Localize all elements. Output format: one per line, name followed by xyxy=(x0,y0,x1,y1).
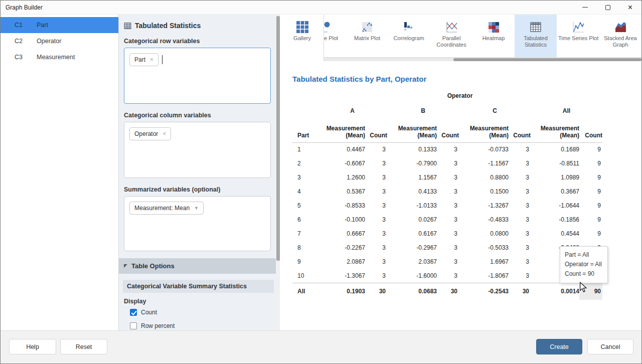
mean-cell: 0.0014 xyxy=(531,283,579,300)
panel-scrollbar-thumb[interactable] xyxy=(276,16,280,261)
table-row: 10.446730.13333-0.073330.16899 xyxy=(292,142,602,156)
checkbox-row-percent[interactable] xyxy=(130,322,137,329)
summary-statistics-header: Categorical Variable Summary Statistics xyxy=(123,280,274,293)
table-row: 92.086732.036731.696731.94009 xyxy=(292,255,602,269)
mean-cell: -0.6067 xyxy=(317,156,365,170)
column-variables-box[interactable]: Operator × xyxy=(124,122,271,178)
chip-label: Part xyxy=(134,56,145,63)
remove-chip-icon[interactable]: × xyxy=(150,57,153,63)
part-cell: 7 xyxy=(292,227,317,241)
cancel-button[interactable]: Cancel xyxy=(587,339,633,354)
column-id: C1 xyxy=(1,22,37,29)
part-cell: 5 xyxy=(292,199,317,213)
count-cell: 30 xyxy=(365,283,387,300)
display-option-row-percent[interactable]: Row percent xyxy=(130,322,271,329)
mean-cell: -1.1567 xyxy=(459,156,509,170)
window-controls: × xyxy=(574,1,641,14)
part-cell: 2 xyxy=(292,156,317,170)
gallery-item-label: Time Series Plot xyxy=(557,35,599,42)
count-cell: 9 xyxy=(579,199,602,213)
text-caret xyxy=(162,55,163,64)
mean-cell: 0.1333 xyxy=(387,142,437,156)
mean-cell: 1.0989 xyxy=(531,170,579,185)
gallery-item-correlogram[interactable]: Correlogram xyxy=(388,15,430,57)
count-cell: 3 xyxy=(437,199,459,213)
chevron-down-icon[interactable]: ▼ xyxy=(194,206,199,211)
mean-cell: -0.1856 xyxy=(531,213,579,227)
heatmap-icon xyxy=(472,21,515,34)
part-cell: All xyxy=(292,283,317,300)
checkbox-count[interactable] xyxy=(130,309,137,316)
count-cell: 3 xyxy=(437,185,459,199)
sidebar-item-operator[interactable]: C2 Operator xyxy=(1,33,118,49)
mean-cell: 0.8800 xyxy=(459,170,509,185)
mean-cell: 2.0867 xyxy=(317,255,365,269)
mean-cell: -0.7900 xyxy=(387,156,437,170)
maximize-button[interactable] xyxy=(596,1,619,14)
stats-table-body: 10.446730.13333-0.073330.168992-0.60673-… xyxy=(292,142,602,300)
gallery-item-matrix-plot[interactable]: Matrix Plot xyxy=(346,15,388,57)
count-cell: 3 xyxy=(509,255,531,269)
tabulated-statistics-icon xyxy=(515,21,557,34)
mean-cell: -1.0133 xyxy=(387,199,437,213)
part-cell: 3 xyxy=(292,170,317,185)
mean-cell: -0.2267 xyxy=(317,241,365,255)
mean-cell: 0.1903 xyxy=(317,283,365,300)
gallery-item-label: Stacked Area Graph xyxy=(599,35,641,48)
count-column-header: Count xyxy=(365,118,387,142)
table-options-header[interactable]: Table Options xyxy=(119,258,276,274)
table-row: 2-0.60673-0.79003-1.15673-0.85119 xyxy=(292,156,602,170)
help-button[interactable]: Help xyxy=(9,339,56,354)
count-cell: 3 xyxy=(437,156,459,170)
close-button[interactable]: × xyxy=(619,1,641,14)
gallery-scrollbar[interactable] xyxy=(313,57,641,61)
mean-cell: 0.4133 xyxy=(387,185,437,199)
mean-cell: 0.5367 xyxy=(317,185,365,199)
count-cell: 3 xyxy=(365,142,387,156)
display-option-count[interactable]: Count xyxy=(130,309,271,316)
variable-chip-part[interactable]: Part × xyxy=(129,53,158,66)
variable-chip-measurement-mean[interactable]: Measurement: Mean ▼ xyxy=(129,202,204,215)
summarized-variables-label: Summarized variables (optional) xyxy=(124,186,271,193)
remove-chip-icon[interactable]: × xyxy=(163,131,166,137)
gallery-item-time-series-plot[interactable]: Time Series Plot xyxy=(557,15,599,57)
matrix-plot-icon xyxy=(346,21,388,34)
table-row: 70.666730.616730.080030.45449 xyxy=(292,227,602,241)
count-cell: 9 xyxy=(579,185,602,199)
part-cell: 10 xyxy=(292,269,317,283)
count-cell: 3 xyxy=(365,185,387,199)
level-header-c: C xyxy=(459,103,531,118)
gallery-item-tabulated-statistics[interactable]: Tabulated Statistics xyxy=(515,15,557,57)
mean-cell: -0.1000 xyxy=(317,213,365,227)
stacked-area-graph-icon xyxy=(599,21,641,34)
reset-button[interactable]: Reset xyxy=(60,339,107,354)
count-cell: 3 xyxy=(509,142,531,156)
count-cell: 3 xyxy=(509,227,531,241)
part-cell: 9 xyxy=(292,255,317,269)
count-cell: 3 xyxy=(437,170,459,185)
gallery-item-label: Heatmap xyxy=(472,35,515,42)
create-button[interactable]: Create xyxy=(536,339,582,354)
sidebar-item-part[interactable]: C1 Part xyxy=(1,17,118,33)
gallery-item-heatmap[interactable]: Heatmap xyxy=(472,15,515,57)
gallery-item-label: Matrix Plot xyxy=(346,35,388,42)
sidebar-item-measurement[interactable]: C3 Measurement xyxy=(1,49,118,65)
close-icon: × xyxy=(628,4,632,12)
minimize-button[interactable] xyxy=(574,1,596,14)
gallery-item-label: Parallel Coordinates xyxy=(430,35,472,48)
variable-chip-operator[interactable]: Operator × xyxy=(129,127,171,140)
gallery-item-gallery[interactable]: Gallery xyxy=(281,15,324,61)
gallery-item-parallel-coordinates[interactable]: Parallel Coordinates xyxy=(430,15,472,57)
part-cell: 8 xyxy=(292,241,317,255)
gallery-item-stacked-area-graph[interactable]: Stacked Area Graph xyxy=(599,15,641,57)
mean-cell: 2.0367 xyxy=(387,255,437,269)
mean-cell: -0.2543 xyxy=(459,283,509,300)
gallery-grid-icon xyxy=(281,21,324,34)
summarized-variables-box[interactable]: Measurement: Mean ▼ xyxy=(124,196,271,251)
row-variables-box[interactable]: Part × xyxy=(124,48,271,104)
mean-cell: -0.8511 xyxy=(531,156,579,170)
maximize-icon xyxy=(605,5,610,10)
panel-scrollbar[interactable] xyxy=(276,15,280,330)
table-row: 40.536730.413330.150030.36679 xyxy=(292,185,602,199)
count-cell: 3 xyxy=(365,199,387,213)
